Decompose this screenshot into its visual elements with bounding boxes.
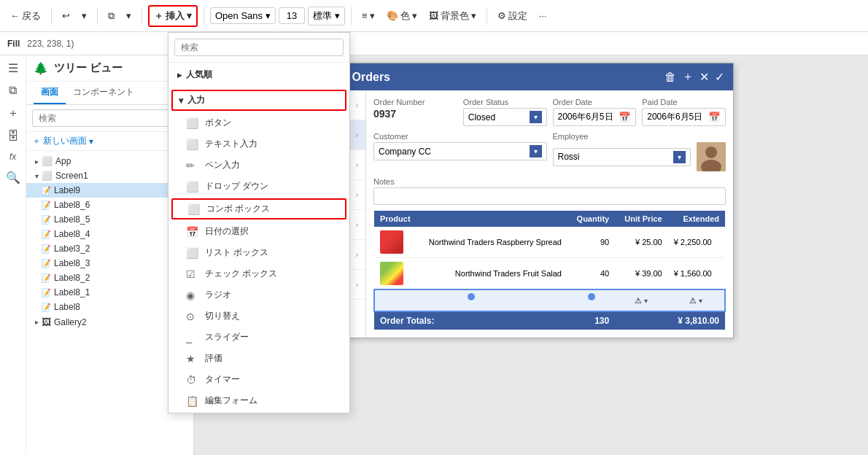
fx-icon[interactable]: fx [9, 152, 16, 162]
product-extended-0: ¥ 2,250.00 [668, 227, 725, 258]
product-img-1 [374, 258, 412, 290]
employee-dropdown[interactable]: Rossi ▾ [553, 148, 691, 166]
dropdown-item-rating[interactable]: ★ 評価 [168, 348, 349, 369]
employee-label: Employee [553, 132, 726, 141]
sidebar-search-input[interactable] [32, 109, 187, 127]
edit-icon-3: 📝 [41, 215, 51, 225]
chevron-right-order-3: › [356, 191, 358, 199]
back-arrow-icon: ← [10, 10, 20, 21]
new-screen-button[interactable]: ＋ 新しい画面 ▾ [32, 135, 93, 147]
align-icon: ≡ [362, 10, 368, 21]
product-price-0: ¥ 25.00 [615, 227, 667, 258]
peninput-item-icon: ✏ [186, 160, 199, 171]
customer-field: Customer Company CC ▾ [373, 132, 547, 160]
product-row-1[interactable]: Northwind Traders Fruit Salad 40 ¥ 39.00… [374, 258, 725, 290]
dropdown-item-datepicker[interactable]: 📅 日付の選択 [168, 221, 349, 242]
dropdown-section-popular: ▸ 人気順 [168, 63, 349, 87]
selected-cell-warning-1: ⚠ ▾ [615, 289, 667, 311]
order-status-dropdown-btn[interactable]: ▾ [530, 111, 542, 123]
edit-icon: 📝 [41, 186, 51, 195]
main-area: ☰ ⧉ ＋ 🗄 fx 🔍 🌲 ツリー ビュー 画面 コンポーネント ＋ 新しい画… [0, 55, 868, 455]
copy-button[interactable]: ⧉ [104, 7, 119, 25]
edit-icon-8: 📝 [41, 288, 51, 298]
dropdown-item-editform[interactable]: 📋 編集フォーム [168, 390, 349, 411]
paid-date-cal-btn[interactable]: 📅 [708, 112, 721, 122]
paid-date-input[interactable]: 2006年6月5日 📅 [642, 108, 726, 126]
tab-screen[interactable]: 画面 [34, 82, 66, 104]
dropdown-section-input-header[interactable]: ▾ 入力 [171, 90, 346, 111]
formula-bar: Fill 223, 238, 1) [0, 32, 868, 55]
product-name-0: Northwind Traders Raspberry Spread [412, 227, 567, 258]
edit-icon-6: 📝 [41, 259, 51, 268]
customer-dropdown-btn[interactable]: ▾ [530, 145, 542, 158]
align-button[interactable]: ≡ ▾ [357, 7, 379, 24]
totals-label: Order Totals: [374, 311, 567, 330]
order-status-field: Order Status Closed ▾ [463, 98, 547, 126]
dropdown-item-toggle[interactable]: ⊙ 切り替え [168, 306, 349, 327]
rating-item-icon: ★ [186, 353, 199, 365]
undo-dropdown-button[interactable]: ▾ [77, 7, 91, 24]
chevron-right-order-2: › [356, 161, 358, 169]
dropdown-search-input[interactable] [174, 39, 344, 56]
hamburger-icon[interactable]: ☰ [8, 61, 18, 75]
order-number-value: 0937 [373, 108, 457, 120]
order-date-input[interactable]: 2006年6月5日 📅 [553, 108, 637, 126]
dropdown-item-button[interactable]: ⬜ ボタン [168, 112, 349, 133]
order-status-dropdown[interactable]: Closed ▾ [463, 108, 547, 126]
product-row-0[interactable]: Northwind Traders Raspberry Spread 90 ¥ … [374, 227, 725, 258]
insert-button[interactable]: ＋ 挿入 ▾ [148, 5, 198, 27]
color-button[interactable]: 🎨 色 ▾ [382, 7, 422, 26]
dropdown-item-radio[interactable]: ◉ ラジオ [168, 284, 349, 306]
close-button[interactable]: ✕ [700, 70, 709, 84]
dropdown-item-combobox[interactable]: ⬜ コンボ ボックス [171, 198, 346, 219]
totals-empty [615, 311, 667, 330]
font-size-input[interactable] [279, 7, 305, 24]
customer-dropdown[interactable]: Company CC ▾ [373, 142, 547, 160]
font-family-dropdown[interactable]: Open Sans ▾ [210, 7, 276, 24]
plus-side-icon[interactable]: ＋ [7, 106, 19, 121]
check-button[interactable]: ✓ [715, 70, 724, 84]
style-dropdown[interactable]: 標準 ▾ [308, 7, 345, 26]
selected-cell-warning-2: ⚠ ▾ [668, 289, 725, 311]
selected-product-row[interactable]: ⚠ ▾ ⚠ ▾ [374, 289, 725, 311]
selected-cell-1 [374, 289, 567, 311]
plus-icon: ＋ [154, 9, 163, 23]
product-price-1: ¥ 39.00 [615, 258, 667, 290]
chevron-down-icon: ▾ [82, 10, 87, 21]
layers-icon[interactable]: ⧉ [9, 84, 17, 97]
chevron-right-icon: ▸ [35, 158, 39, 166]
undo-button[interactable]: ↩ [58, 7, 74, 24]
dropdown-item-dropdown[interactable]: ⬜ ドロップ ダウン [168, 176, 349, 197]
dropdown-item-listbox[interactable]: ⬜ リスト ボックス [168, 242, 349, 263]
employee-dropdown-btn[interactable]: ▾ [673, 151, 686, 163]
dropdown-item-textinput[interactable]: ⬜ テキスト入力 [168, 133, 349, 155]
copy-dropdown-button[interactable]: ▾ [122, 7, 136, 24]
notes-input[interactable] [373, 187, 726, 205]
customer-row: Customer Company CC ▾ Employee Rossi [373, 132, 726, 171]
settings-button[interactable]: ⚙ 設定 [493, 7, 532, 26]
edit-icon-4: 📝 [41, 230, 51, 239]
svg-point-1 [705, 147, 717, 158]
add-button[interactable]: ＋ [682, 69, 694, 85]
database-icon[interactable]: 🗄 [7, 130, 19, 143]
separator-6 [487, 7, 487, 25]
tab-component[interactable]: コンポーネント [66, 82, 142, 104]
dropdown-item-slider[interactable]: ⎯ スライダー [168, 327, 349, 348]
dropdown-item-timer[interactable]: ⏱ タイマー [168, 369, 349, 390]
back-button[interactable]: ← 戻る [6, 7, 45, 26]
chevron-right-popular-icon: ▸ [177, 70, 182, 80]
product-col-header: Product [374, 211, 567, 227]
undo-icon: ↩ [62, 10, 70, 21]
dropdown-item-peninput[interactable]: ✏ ペン入力 [168, 155, 349, 176]
order-date-cal-btn[interactable]: 📅 [619, 112, 631, 122]
editform-item-icon: 📋 [186, 395, 199, 407]
bg-color-button[interactable]: 🖼 背景色 ▾ [425, 7, 481, 26]
product-qty-1: 40 [567, 258, 615, 290]
chevron-down-icon-7: ▾ [412, 10, 417, 21]
totals-quantity: 130 [567, 311, 615, 330]
dropdown-item-checkbox[interactable]: ☑ チェック ボックス [168, 263, 349, 284]
trash-button[interactable]: 🗑 [664, 71, 676, 84]
dropdown-section-popular-header[interactable]: ▸ 人気順 [168, 64, 349, 85]
more-button[interactable]: ··· [535, 7, 551, 24]
search-side-icon[interactable]: 🔍 [6, 171, 20, 184]
